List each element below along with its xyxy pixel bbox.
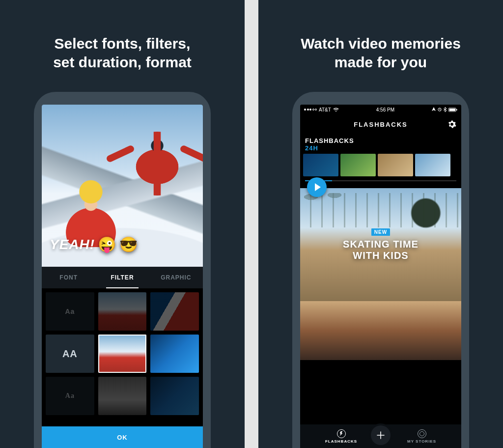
strip-subtitle: 24H bbox=[305, 144, 456, 152]
nav-header: FLASHBACKS bbox=[300, 114, 461, 134]
promo-panel-flashbacks: Watch video memories made for you AT&T 4… bbox=[258, 0, 503, 448]
card-title: SKATING TIME WITH KIDS bbox=[343, 239, 419, 261]
feed[interactable]: NEW SKATING TIME WITH KIDS bbox=[300, 188, 461, 424]
font-sample[interactable]: Aa bbox=[46, 292, 94, 331]
font-sample[interactable]: AA bbox=[46, 335, 94, 373]
strip-thumbs[interactable] bbox=[300, 154, 461, 176]
nav-label: FLASHBACKS bbox=[325, 439, 357, 444]
gear-icon bbox=[447, 120, 456, 129]
flashbacks-icon bbox=[337, 429, 346, 438]
user-icon bbox=[418, 429, 426, 438]
status-right bbox=[432, 107, 457, 112]
strip-title: FLASHBACKS bbox=[305, 137, 456, 144]
bottom-nav: FLASHBACKS MY STORIES bbox=[300, 424, 461, 448]
promo-panel-editor: Select fonts, filters, set duration, for… bbox=[0, 0, 245, 448]
status-left: AT&T bbox=[304, 107, 339, 112]
filter-thumb[interactable] bbox=[98, 292, 147, 331]
ok-button[interactable]: OK bbox=[42, 426, 203, 448]
phone-mockup: YEAH! 😜 😎 FONT FILTER GRAPHIC Aa AA Aa bbox=[34, 92, 211, 448]
nav-flashbacks[interactable]: FLASHBACKS bbox=[325, 429, 357, 444]
location-icon bbox=[432, 107, 436, 112]
strip-thumb[interactable] bbox=[303, 154, 338, 176]
svg-rect-2 bbox=[449, 109, 455, 111]
alarm-icon bbox=[438, 107, 442, 112]
bluetooth-icon bbox=[444, 107, 447, 112]
strip-thumb[interactable] bbox=[378, 154, 413, 176]
plus-icon bbox=[376, 431, 385, 440]
feed-card[interactable] bbox=[300, 301, 461, 360]
overlay-text: YEAH! bbox=[50, 237, 95, 252]
strip-thumb[interactable] bbox=[340, 154, 376, 176]
svg-rect-3 bbox=[456, 109, 457, 110]
feed-card[interactable]: NEW SKATING TIME WITH KIDS bbox=[300, 188, 461, 301]
headline-line: Select fonts, filters, bbox=[55, 35, 191, 52]
editor-screen: YEAH! 😜 😎 FONT FILTER GRAPHIC Aa AA Aa bbox=[42, 105, 203, 448]
tab-filter[interactable]: FILTER bbox=[95, 267, 149, 288]
nav-label: MY STORIES bbox=[407, 439, 436, 444]
tab-font[interactable]: FONT bbox=[42, 267, 95, 288]
new-badge: NEW bbox=[371, 228, 390, 236]
filter-thumb-selected[interactable] bbox=[98, 335, 147, 373]
flashbacks-screen: AT&T 4:56 PM FLASHBACKS bbox=[300, 105, 461, 448]
filter-thumb[interactable] bbox=[150, 335, 199, 373]
settings-button[interactable] bbox=[447, 120, 456, 129]
tab-graphic[interactable]: GRAPHIC bbox=[149, 267, 203, 288]
nav-mystories[interactable]: MY STORIES bbox=[407, 429, 436, 444]
filter-thumb[interactable] bbox=[150, 292, 199, 331]
headline-line: set duration, format bbox=[53, 54, 192, 70]
clock-label: 4:56 PM bbox=[376, 107, 394, 112]
strip-thumb[interactable] bbox=[415, 154, 450, 176]
headline-line: Watch video memories bbox=[301, 35, 461, 52]
editor-tabbar: FONT FILTER GRAPHIC bbox=[42, 267, 203, 288]
wink-tongue-emoji-icon: 😜 bbox=[98, 236, 116, 253]
headline-line: made for you bbox=[335, 54, 427, 70]
flashback-strip: FLASHBACKS 24H bbox=[300, 134, 461, 188]
overlay-caption[interactable]: YEAH! 😜 😎 bbox=[50, 236, 138, 253]
font-sample[interactable]: Aa bbox=[46, 377, 94, 415]
filter-thumb[interactable] bbox=[98, 377, 147, 415]
editor-preview[interactable]: YEAH! 😜 😎 bbox=[42, 105, 203, 267]
wifi-icon bbox=[333, 108, 339, 112]
page-title: FLASHBACKS bbox=[354, 121, 408, 128]
promo-headline: Watch video memories made for you bbox=[301, 34, 461, 71]
battery-icon bbox=[448, 108, 457, 112]
filter-grid: Aa AA Aa bbox=[42, 288, 203, 426]
phone-mockup: AT&T 4:56 PM FLASHBACKS bbox=[292, 92, 469, 448]
status-bar: AT&T 4:56 PM bbox=[300, 105, 461, 114]
card-background bbox=[300, 193, 461, 227]
play-button[interactable] bbox=[307, 177, 327, 197]
preview-person bbox=[125, 132, 189, 196]
filter-thumb[interactable] bbox=[150, 377, 199, 415]
carrier-label: AT&T bbox=[319, 107, 331, 112]
signal-icon bbox=[304, 109, 317, 111]
promo-headline: Select fonts, filters, set duration, for… bbox=[53, 34, 192, 71]
sunglasses-emoji-icon: 😎 bbox=[119, 236, 138, 253]
strip-progress[interactable] bbox=[305, 180, 456, 181]
add-button[interactable] bbox=[371, 425, 391, 445]
